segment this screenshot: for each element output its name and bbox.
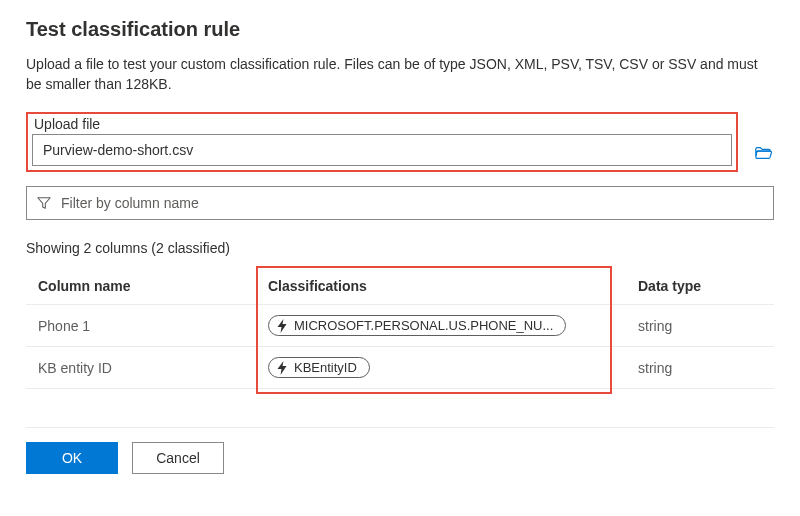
footer-buttons: OK Cancel bbox=[26, 442, 774, 474]
cell-column-name: KB entity ID bbox=[26, 347, 256, 389]
upload-group: Upload file bbox=[26, 112, 774, 172]
col-header-name[interactable]: Column name bbox=[26, 268, 256, 305]
lightning-bolt-icon bbox=[277, 319, 288, 333]
classification-tag[interactable]: MICROSOFT.PERSONAL.US.PHONE_NU... bbox=[268, 315, 566, 336]
folder-open-icon bbox=[754, 145, 772, 161]
cell-column-name: Phone 1 bbox=[26, 305, 256, 347]
classification-tag[interactable]: KBEntityID bbox=[268, 357, 370, 378]
classification-tag-label: MICROSOFT.PERSONAL.US.PHONE_NU... bbox=[294, 318, 553, 333]
page-title: Test classification rule bbox=[26, 18, 774, 41]
browse-folder-button[interactable] bbox=[752, 142, 774, 164]
page-description: Upload a file to test your custom classi… bbox=[26, 55, 774, 94]
cancel-button[interactable]: Cancel bbox=[132, 442, 224, 474]
table-row: KB entity ID KBEntityID string bbox=[26, 347, 774, 389]
filter-input[interactable] bbox=[61, 195, 763, 211]
results-table: Column name Classifications Data type Ph… bbox=[26, 268, 774, 389]
results-table-area: Column name Classifications Data type Ph… bbox=[26, 268, 774, 389]
cell-classification: KBEntityID bbox=[256, 347, 612, 389]
col-header-classifications[interactable]: Classifications bbox=[256, 268, 612, 305]
cell-classification: MICROSOFT.PERSONAL.US.PHONE_NU... bbox=[256, 305, 612, 347]
filter-icon bbox=[37, 196, 51, 210]
table-row: Phone 1 MICROSOFT.PERSONAL.US.PHONE_NU..… bbox=[26, 305, 774, 347]
footer-separator bbox=[26, 427, 774, 428]
cell-datatype: string bbox=[612, 347, 774, 389]
filter-field[interactable] bbox=[26, 186, 774, 220]
result-summary: Showing 2 columns (2 classified) bbox=[26, 240, 774, 256]
cell-datatype: string bbox=[612, 305, 774, 347]
upload-file-input[interactable] bbox=[32, 134, 732, 166]
classification-tag-label: KBEntityID bbox=[294, 360, 357, 375]
ok-button[interactable]: OK bbox=[26, 442, 118, 474]
lightning-bolt-icon bbox=[277, 361, 288, 375]
upload-field-highlight: Upload file bbox=[26, 112, 738, 172]
col-header-datatype[interactable]: Data type bbox=[612, 268, 774, 305]
upload-file-label: Upload file bbox=[34, 116, 732, 132]
